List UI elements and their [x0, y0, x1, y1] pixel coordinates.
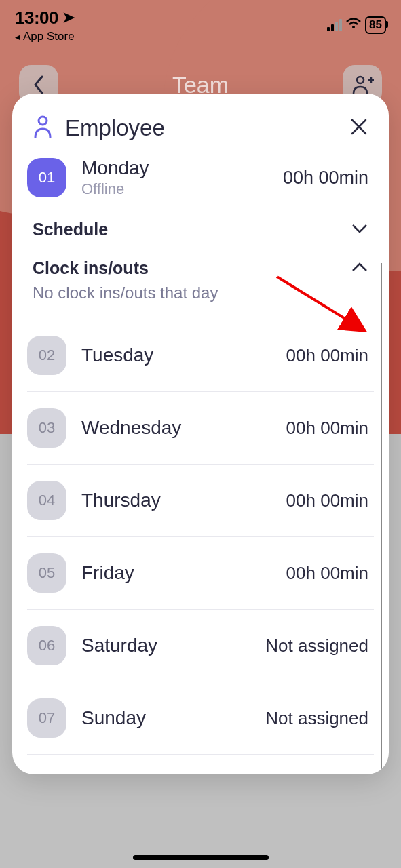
scrollbar[interactable] — [381, 263, 382, 770]
day-row[interactable]: 06 Saturday Not assigned — [12, 610, 389, 682]
day-number-badge: 01 — [27, 158, 66, 197]
day-name: Wednesday — [81, 417, 286, 439]
day-duration: 00h 00min — [286, 490, 368, 511]
day-number-badge: 06 — [27, 626, 66, 665]
day-number-badge: 04 — [27, 481, 66, 520]
day-row[interactable]: 03 Wednesday 00h 00min — [12, 392, 389, 464]
day-name: Saturday — [81, 635, 265, 656]
day-number-badge: 03 — [27, 408, 66, 448]
day-name: Friday — [81, 562, 286, 584]
location-arrow-icon: ➤ — [62, 9, 75, 26]
day-row-active[interactable]: 01 Monday Offline 00h 00min — [12, 153, 389, 210]
home-indicator[interactable] — [133, 855, 269, 860]
schedule-section-toggle[interactable]: Schedule — [12, 210, 389, 249]
day-duration: Not assigned — [265, 708, 368, 729]
employee-modal: Employee 01 Monday Offline 00h 00min Sch… — [12, 94, 389, 774]
day-row[interactable]: 05 Friday 00h 00min — [12, 537, 389, 609]
chevron-down-icon — [351, 223, 368, 237]
day-name: Tuesday — [81, 344, 286, 366]
day-status: Offline — [81, 180, 283, 198]
person-icon — [33, 115, 53, 141]
wifi-icon — [346, 18, 361, 33]
day-number-badge: 02 — [27, 336, 66, 375]
day-duration: 00h 00min — [286, 418, 368, 439]
svg-point-0 — [352, 26, 355, 28]
day-row[interactable]: 04 Thursday 00h 00min — [12, 465, 389, 536]
clockins-section-toggle[interactable]: Clock ins/outs — [12, 249, 389, 281]
svg-point-1 — [357, 77, 364, 83]
status-time: 13:00 — [15, 7, 58, 28]
day-name: Sunday — [81, 707, 265, 729]
day-duration: 00h 00min — [286, 345, 368, 366]
day-row[interactable]: 07 Sunday Not assigned — [12, 682, 389, 754]
day-duration: 00h 00min — [286, 563, 368, 584]
day-name: Monday — [81, 157, 283, 179]
clockins-empty-text: No clock ins/outs that day — [12, 281, 389, 319]
status-bar: 13:00 ➤ App Store 85 — [0, 0, 401, 43]
day-name: Thursday — [81, 490, 286, 511]
cellular-signal-icon — [327, 19, 342, 31]
day-number-badge: 05 — [27, 553, 66, 593]
modal-title: Employee — [65, 115, 165, 141]
back-to-app[interactable]: App Store — [15, 30, 75, 43]
close-button[interactable] — [349, 117, 368, 139]
svg-point-2 — [39, 117, 47, 125]
day-duration: Not assigned — [265, 635, 368, 656]
chevron-up-icon — [351, 262, 368, 275]
day-row[interactable]: 02 Tuesday 00h 00min — [12, 319, 389, 391]
battery-indicator: 85 — [365, 16, 386, 34]
day-number-badge: 07 — [27, 698, 66, 738]
day-duration: 00h 00min — [283, 167, 368, 189]
